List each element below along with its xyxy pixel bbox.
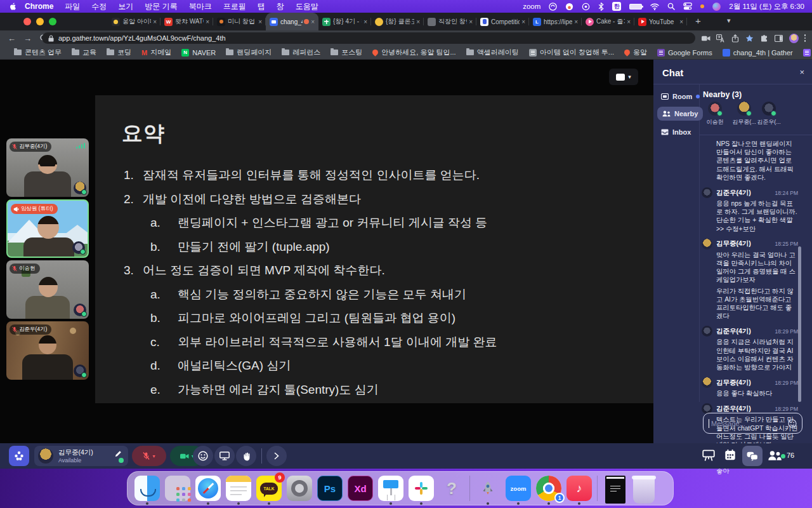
- input-source-icon[interactable]: 한: [612, 2, 621, 11]
- dock-photoshop-icon[interactable]: Ps: [317, 476, 343, 501]
- zoom-status-item[interactable]: zoom: [523, 3, 540, 10]
- tab-sheet-4gi[interactable]: {창} 4기 - 참여×: [318, 13, 371, 30]
- tab-cake[interactable]: Cake - 즐거운×: [582, 13, 634, 30]
- dock-settings-icon[interactable]: [287, 476, 312, 501]
- siri-icon[interactable]: [712, 3, 721, 11]
- message-input[interactable]: [710, 419, 780, 428]
- tab-close-icon[interactable]: ×: [679, 18, 683, 25]
- tab-close-icon[interactable]: ×: [311, 18, 315, 25]
- chat-tab-nearby[interactable]: Nearby: [657, 107, 703, 121]
- tab-gather-active[interactable]: chang_4t×: [266, 13, 318, 30]
- tab-close-icon[interactable]: ×: [363, 18, 367, 25]
- menu-file[interactable]: 파일: [59, 1, 86, 12]
- bookmark-folder[interactable]: 코딩: [102, 48, 136, 57]
- tab-close-icon[interactable]: ×: [627, 18, 631, 25]
- dock-notes-icon[interactable]: [226, 476, 251, 501]
- tab-close-icon[interactable]: ×: [258, 18, 262, 25]
- forward-button[interactable]: →: [23, 34, 32, 43]
- sidebar-icon[interactable]: [775, 34, 783, 43]
- dock-safari-icon[interactable]: [195, 476, 221, 501]
- new-tab-button[interactable]: +: [695, 15, 701, 26]
- tab-ongal-idea[interactable]: 옹알 아이디어 실×: [108, 13, 160, 30]
- emote-button[interactable]: [193, 446, 213, 466]
- chrome-menu-icon[interactable]: [804, 34, 806, 42]
- chat-tab-inbox[interactable]: Inbox: [661, 128, 691, 136]
- dock-launchpad-icon[interactable]: [165, 476, 190, 501]
- chat-button[interactable]: [742, 446, 763, 466]
- nearby-avatar[interactable]: [708, 102, 722, 116]
- dock-zoom-icon[interactable]: zoom: [506, 476, 531, 501]
- tab-bootcamp[interactable]: 직장인 창업 부트×: [424, 13, 476, 30]
- video-layout-toggle[interactable]: ▾: [609, 69, 638, 85]
- bookmark-folder[interactable]: 랜딩페이지: [221, 48, 277, 57]
- dock-keynote-icon[interactable]: [378, 476, 403, 501]
- tab-youtube[interactable]: YouTube×: [634, 13, 687, 30]
- edit-pencil-icon[interactable]: [115, 450, 122, 457]
- tab-close-icon[interactable]: ×: [206, 18, 209, 25]
- menu-window[interactable]: 창: [271, 1, 290, 12]
- tab-search-chevron-icon[interactable]: ▾: [727, 17, 731, 25]
- bluetooth-icon[interactable]: [598, 3, 604, 11]
- dock-trash-icon[interactable]: [633, 476, 658, 501]
- bookmark-naver[interactable]: NNAVER: [176, 49, 221, 57]
- bookmark-ongal-team[interactable]: 안녕하세요, 옹알 팀입...: [367, 48, 461, 57]
- menu-bookmarks[interactable]: 북마크: [183, 1, 218, 12]
- creative-cloud-icon[interactable]: [549, 3, 557, 11]
- chat-input-box[interactable]: [703, 413, 802, 434]
- bookmark-star-icon[interactable]: [745, 34, 754, 43]
- translate-icon[interactable]: [716, 34, 725, 43]
- user-status-pill[interactable]: 김무중(4기) Available: [34, 446, 128, 466]
- dock-document-icon[interactable]: [603, 476, 628, 501]
- participants-button[interactable]: [768, 450, 782, 464]
- tab-close-icon[interactable]: ×: [574, 18, 578, 25]
- record-icon[interactable]: [582, 3, 590, 11]
- participant-video-im-sangwon[interactable]: 임상원 (튜터): [6, 199, 89, 258]
- chat-scrollbar[interactable]: [798, 246, 801, 402]
- dock-finder-icon[interactable]: [134, 476, 160, 501]
- bookmark-folder[interactable]: 레퍼런스: [277, 48, 325, 57]
- bookmark-folder[interactable]: 콘텐츠 업무: [9, 48, 67, 57]
- dock-slack-icon[interactable]: [409, 476, 434, 501]
- menu-tab[interactable]: 탭: [252, 1, 271, 12]
- menu-profiles[interactable]: 프로필: [218, 1, 252, 12]
- extensions-icon[interactable]: [760, 34, 769, 43]
- apple-icon[interactable]: [6, 2, 19, 11]
- bookmark-gmail[interactable]: M지메일: [136, 48, 176, 57]
- bookmark-folder[interactable]: 포스팅: [325, 48, 367, 57]
- tab-watcha[interactable]: W왓챠 WATCHA×: [160, 13, 213, 30]
- chevron-down-icon[interactable]: ▾: [152, 453, 155, 459]
- window-minimize-button[interactable]: [36, 18, 44, 25]
- calendar-button[interactable]: [724, 449, 736, 464]
- dock-chrome-icon[interactable]: 1: [536, 476, 561, 501]
- bookmark-folder[interactable]: 교육: [67, 48, 102, 57]
- menu-history[interactable]: 방문 기록: [139, 1, 183, 12]
- dock-kakaotalk-icon[interactable]: TALK9: [256, 476, 282, 501]
- bookmark-google-forms[interactable]: Google Forms: [652, 49, 717, 57]
- bookmark-gather[interactable]: chang_4th | Gather: [717, 49, 798, 57]
- bookmark-doc[interactable]: 아이템 없이 창업해 투...: [524, 48, 619, 57]
- spotlight-icon[interactable]: [667, 3, 675, 10]
- nearby-avatar[interactable]: [737, 102, 751, 116]
- bookmark-legend-list[interactable]: 전설의 시작 - 스타트...: [798, 48, 812, 57]
- menu-edit[interactable]: 수정: [86, 1, 112, 12]
- dock-missing-app-icon[interactable]: ?: [439, 476, 464, 501]
- more-controls-button[interactable]: [266, 446, 287, 466]
- tab-competition[interactable]: Competition×: [476, 13, 529, 30]
- dock-rocket-icon[interactable]: [475, 476, 501, 501]
- camera-in-use-icon[interactable]: [702, 34, 710, 43]
- control-center-icon[interactable]: [683, 3, 692, 10]
- participant-video-kim-mujung[interactable]: 김무중(4기): [6, 138, 89, 197]
- mic-button[interactable]: ▾: [132, 446, 166, 466]
- bookmark-ongal[interactable]: 옹알: [619, 48, 652, 57]
- tab-close-icon[interactable]: ×: [469, 18, 473, 25]
- chat-tab-room[interactable]: Room: [661, 93, 700, 100]
- loom-icon[interactable]: [565, 3, 573, 11]
- nearby-avatar[interactable]: [762, 102, 776, 116]
- window-zoom-button[interactable]: [49, 18, 56, 25]
- window-close-button[interactable]: [23, 18, 31, 25]
- menu-view[interactable]: 보기: [112, 1, 139, 12]
- gather-logo-button[interactable]: [9, 446, 29, 466]
- menu-app-name[interactable]: Chrome: [19, 2, 59, 11]
- tab-close-icon[interactable]: ×: [521, 18, 525, 25]
- profile-avatar[interactable]: [789, 34, 799, 43]
